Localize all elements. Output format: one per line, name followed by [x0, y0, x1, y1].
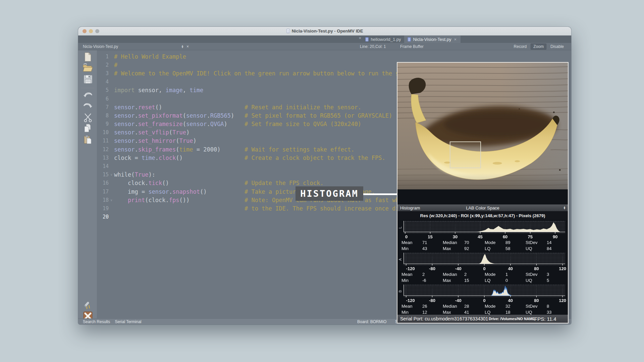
stat-label: Max	[443, 278, 451, 283]
redo-button[interactable]	[83, 101, 93, 111]
axis-tick-label: -120	[406, 298, 415, 303]
axis-tick-label: -40	[455, 266, 462, 271]
serial-port-label: Serial Port: cu.usbmodem3167376334301	[400, 316, 488, 321]
fold-chevron-icon[interactable]: ∨	[109, 198, 114, 202]
stat-label: Mean	[401, 240, 413, 245]
axis-labels: -120-80-4004080120	[404, 298, 565, 303]
histogram-channel-L: L0153045607590Mean71Median70Mode89StDev1…	[397, 220, 568, 252]
stat-label: LQ	[485, 246, 490, 251]
stat-label: StDev	[526, 240, 537, 245]
close-window-button[interactable]	[83, 29, 87, 33]
new-file-button[interactable]	[83, 52, 93, 62]
record-button[interactable]: Record	[511, 44, 530, 50]
axis-tick-label: 15	[428, 234, 432, 239]
axis-labels: 0153045607590	[404, 234, 565, 239]
openmv-ide-window: Nicla-Vision-Test.py - OpenMV IDE × hell…	[78, 27, 571, 324]
stats-row: Mean26Median28Mode32StDev8	[397, 304, 568, 310]
color-space-dropdown[interactable]: LAB Color Space	[397, 205, 568, 210]
fold-chevron-icon[interactable]: ∨	[109, 173, 114, 176]
stat-label: UQ	[526, 310, 532, 315]
document-icon	[286, 29, 290, 33]
histogram-panel-gap	[397, 189, 568, 204]
stat-label: LQ	[485, 278, 490, 283]
document-spinner-icon[interactable]: ▲▼	[181, 45, 184, 48]
roi-rectangle[interactable]	[450, 142, 481, 168]
traffic-lights	[83, 29, 99, 33]
code-line: clock = time.clock() # Create a clock ob…	[114, 155, 385, 161]
stat-label: UQ	[526, 246, 532, 251]
search-results-button[interactable]: Search Results	[83, 319, 110, 324]
line-number: 2	[97, 62, 109, 68]
code-line: sensor.reset() # Reset and initialize th…	[114, 104, 361, 111]
document-icon	[365, 37, 369, 42]
axis-labels: -120-80-4004080120	[404, 266, 565, 271]
undo-button[interactable]	[83, 90, 93, 101]
stat-value: 3	[547, 272, 549, 277]
paste-button[interactable]	[83, 135, 93, 145]
frame-buffer-label: Frame Buffer	[400, 44, 424, 49]
axis-tick-label: -80	[429, 298, 435, 303]
stat-label: Median	[443, 304, 457, 309]
histogram-header: Histogram LAB Color Space ▲▼	[397, 204, 568, 211]
drive-label: Drive: /Volumes/NO NAME	[489, 317, 535, 321]
axis-tick-label: -40	[455, 298, 462, 303]
line-number: 8	[97, 113, 109, 119]
stat-label: Mean	[401, 272, 413, 277]
editor-toolbar: Nicla-Vision-Test.py ▲▼ × Line: 20,Col: …	[78, 43, 571, 50]
dropdown-arrows-icon[interactable]: ▲▼	[563, 206, 566, 209]
stat-label: StDev	[526, 304, 537, 309]
zoom-window-button[interactable]	[95, 29, 99, 33]
tab-close-icon[interactable]: ×	[453, 37, 457, 42]
line-number: 18	[97, 197, 109, 203]
serial-terminal-button[interactable]: Serial Terminal	[115, 319, 141, 324]
minimize-window-button[interactable]	[89, 29, 93, 33]
frame-buffer-panel: Histogram LAB Color Space ▲▼ Res (w:320,…	[397, 62, 569, 323]
selected-document-label: Nicla-Vision-Test.py	[83, 44, 178, 49]
axis-tick-label: -80	[429, 266, 435, 271]
stat-value: 26	[422, 304, 427, 309]
stat-label: Max	[443, 310, 451, 315]
line-number: 19	[97, 205, 109, 212]
stat-label: Mode	[485, 304, 496, 309]
line-number: 14	[97, 163, 109, 169]
line-number: 11	[97, 138, 109, 144]
open-file-button[interactable]	[83, 63, 93, 73]
histogram-plot-B	[404, 285, 565, 297]
copy-button[interactable]	[83, 123, 93, 133]
zoom-button[interactable]: Zoom	[531, 44, 546, 50]
axis-tick-label: 40	[508, 266, 513, 271]
tab-nicla-vision-test[interactable]: Nicla-Vision-Test.py ×	[404, 36, 461, 43]
code-line: sensor.skip_frames(time = 2000) # Wait f…	[114, 146, 355, 153]
close-document-icon[interactable]: ×	[186, 44, 189, 49]
code-line: sensor.set_framesize(sensor.QVGA) # Set …	[114, 121, 361, 127]
stat-label: Min	[401, 278, 409, 283]
tab-helloworld[interactable]: helloworld_1.py	[362, 36, 404, 43]
stat-value: 43	[422, 246, 427, 251]
tab-close-icon[interactable]: ×	[358, 36, 362, 43]
stat-label: Min	[401, 246, 409, 251]
line-number: 10	[97, 129, 109, 135]
code-line: sensor.set_vflip(True)	[114, 129, 190, 136]
paste-icon	[84, 135, 92, 144]
stat-value: 14	[547, 240, 551, 245]
axis-tick-label: 30	[453, 234, 458, 239]
code-row[interactable]: 1# Hello World Example	[97, 52, 571, 61]
disable-button[interactable]: Disable	[548, 44, 567, 50]
connect-button[interactable]	[83, 300, 93, 310]
line-number: 17	[97, 189, 109, 195]
open-document-selector[interactable]: Nicla-Vision-Test.py ▲▼ ×	[78, 44, 189, 49]
scissors-icon	[84, 113, 92, 122]
stat-value: 92	[464, 246, 469, 251]
stat-value: 2	[464, 272, 467, 277]
cut-button[interactable]	[83, 113, 93, 123]
frame-buffer-image[interactable]	[397, 63, 568, 189]
code-line: while(True):	[114, 171, 155, 178]
axis-tick-label: 0	[405, 234, 408, 239]
histogram-channel-B: B-120-80-4004080120Mean26Median28Mode32S…	[397, 284, 568, 315]
axis-tick-label: 120	[559, 266, 566, 271]
stat-label: Mode	[485, 240, 496, 245]
stat-value: 28	[464, 304, 469, 309]
save-button[interactable]	[83, 74, 93, 84]
code-line: # Hello World Example	[114, 53, 186, 60]
stats-row: Mean2Median2Mode1StDev3	[397, 272, 568, 279]
